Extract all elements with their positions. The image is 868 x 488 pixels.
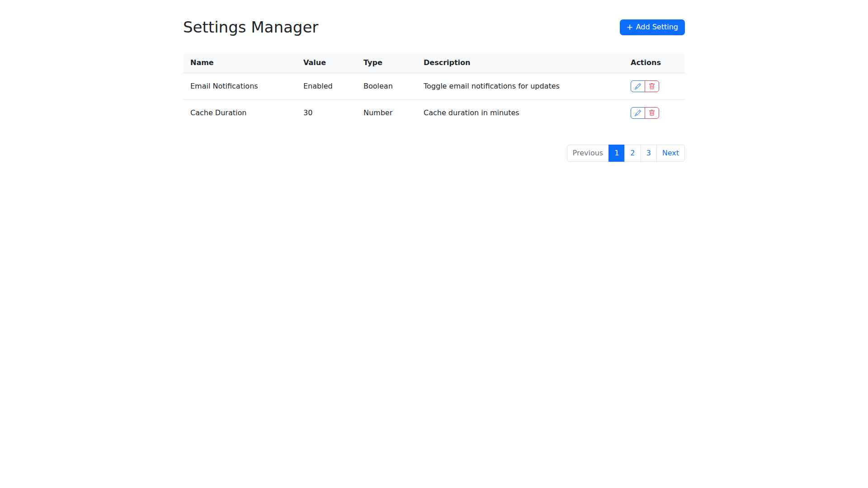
cell-description: Cache duration in minutes bbox=[416, 100, 623, 126]
pagination-page-3-label: 3 bbox=[641, 145, 657, 162]
table-row: Email Notifications Enabled Boolean Togg… bbox=[183, 73, 685, 100]
pagination-previous-label: Previous bbox=[567, 145, 609, 162]
pencil-icon bbox=[635, 110, 641, 116]
col-header-description: Description bbox=[416, 52, 623, 73]
page-header: Settings Manager + Add Setting bbox=[183, 18, 685, 37]
pagination-next-label: Next bbox=[656, 145, 685, 162]
pagination-page-3[interactable]: 3 bbox=[641, 145, 657, 162]
cell-value: Enabled bbox=[296, 73, 356, 100]
pagination-previous[interactable]: Previous bbox=[567, 145, 609, 162]
table-header: Name Value Type Description Actions bbox=[183, 52, 685, 73]
plus-icon: + bbox=[627, 23, 633, 31]
page-title: Settings Manager bbox=[183, 18, 318, 37]
pagination-page-2[interactable]: 2 bbox=[624, 145, 641, 162]
edit-button[interactable] bbox=[631, 80, 645, 92]
col-header-type: Type bbox=[356, 52, 416, 73]
cell-description: Toggle email notifications for updates bbox=[416, 73, 623, 100]
trash-icon bbox=[649, 110, 655, 116]
delete-button[interactable] bbox=[645, 80, 659, 92]
delete-button[interactable] bbox=[645, 107, 659, 119]
pagination-page-2-label: 2 bbox=[624, 145, 641, 162]
pagination: Previous 1 2 3 Next bbox=[183, 145, 685, 162]
settings-manager-page: Settings Manager + Add Setting Name Valu… bbox=[183, 0, 685, 162]
pagination-page-1[interactable]: 1 bbox=[609, 145, 625, 162]
settings-table: Name Value Type Description Actions Emai… bbox=[183, 52, 685, 126]
cell-name: Cache Duration bbox=[183, 100, 296, 126]
add-setting-label: Add Setting bbox=[636, 22, 678, 33]
cell-value: 30 bbox=[296, 100, 356, 126]
edit-button[interactable] bbox=[631, 107, 645, 119]
pagination-next[interactable]: Next bbox=[656, 145, 685, 162]
table-row: Cache Duration 30 Number Cache duration … bbox=[183, 100, 685, 126]
cell-type: Number bbox=[356, 100, 416, 126]
pencil-icon bbox=[635, 83, 641, 89]
row-actions bbox=[631, 107, 659, 119]
cell-name: Email Notifications bbox=[183, 73, 296, 100]
cell-actions bbox=[623, 100, 685, 126]
col-header-value: Value bbox=[296, 52, 356, 73]
cell-actions bbox=[623, 73, 685, 100]
col-header-actions: Actions bbox=[623, 52, 685, 73]
cell-type: Boolean bbox=[356, 73, 416, 100]
row-actions bbox=[631, 80, 659, 92]
pagination-page-1-label: 1 bbox=[609, 145, 625, 162]
col-header-name: Name bbox=[183, 52, 296, 73]
add-setting-button[interactable]: + Add Setting bbox=[620, 19, 685, 35]
trash-icon bbox=[649, 83, 655, 89]
